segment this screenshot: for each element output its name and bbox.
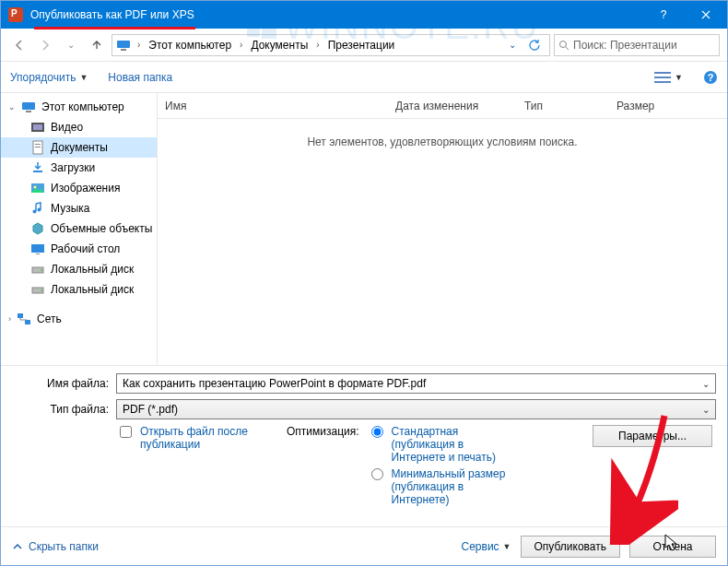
- nav-row: ⌄ › Этот компьютер › Документы › Презент…: [1, 29, 727, 62]
- svg-rect-8: [654, 72, 671, 74]
- body: ⌄ Этот компьютер Видео Документы Загрузк…: [1, 93, 727, 365]
- breadcrumb-item[interactable]: Этот компьютер: [147, 39, 233, 52]
- window-title: Опубликовать как PDF или XPS: [30, 8, 642, 21]
- svg-line-7: [566, 47, 569, 50]
- sidebar-item-3d[interactable]: Объемные объекты: [1, 218, 157, 239]
- svg-rect-9: [654, 77, 671, 78]
- recent-button[interactable]: ⌄: [60, 34, 82, 56]
- sidebar-item-video[interactable]: Видео: [1, 117, 157, 137]
- svg-point-23: [33, 210, 37, 214]
- svg-point-24: [38, 208, 41, 212]
- bottom-panel: Имя файла: Как сохранить презентацию Pow…: [1, 365, 727, 510]
- sidebar-root[interactable]: ⌄ Этот компьютер: [1, 97, 157, 117]
- col-name[interactable]: Имя: [158, 100, 388, 112]
- params-button[interactable]: Параметры...: [593, 425, 712, 447]
- powerpoint-icon: [8, 7, 23, 22]
- radio-minimal[interactable]: Минимальный размер (публикация в Интерне…: [367, 467, 519, 506]
- organize-menu[interactable]: Упорядочить ▼: [10, 71, 88, 84]
- search-icon: [558, 40, 569, 51]
- back-button[interactable]: [8, 34, 30, 56]
- column-headers: Имя Дата изменения Тип Размер: [158, 93, 727, 119]
- sidebar-item-desktop[interactable]: Рабочий стол: [1, 239, 157, 259]
- chevron-right-icon: ›: [136, 40, 141, 50]
- filename-input[interactable]: Как сохранить презентацию PowerPoint в ф…: [116, 373, 716, 394]
- svg-rect-4: [117, 41, 130, 48]
- network-icon: [17, 312, 31, 326]
- title-bar: Опубликовать как PDF или XPS ?: [1, 1, 727, 29]
- svg-rect-10: [654, 81, 671, 83]
- view-button[interactable]: ▼: [654, 71, 683, 84]
- empty-message: Нет элементов, удовлетворяющих условиям …: [158, 119, 727, 148]
- download-icon: [30, 160, 45, 175]
- toolbar: Упорядочить ▼ Новая папка ▼ ?: [1, 62, 727, 93]
- chevron-right-icon: ›: [315, 40, 320, 50]
- address-dropdown[interactable]: ⌄: [501, 34, 523, 56]
- col-modified[interactable]: Дата изменения: [388, 100, 517, 112]
- dialog-window: Опубликовать как PDF или XPS ? WINNOTE.R…: [0, 0, 728, 566]
- forward-button[interactable]: [34, 34, 56, 56]
- address-bar[interactable]: › Этот компьютер › Документы › Презентац…: [112, 34, 550, 56]
- search-input[interactable]: Поиск: Презентации: [554, 34, 720, 56]
- chevron-down-icon: ⌄: [702, 379, 710, 389]
- sidebar-item-drive[interactable]: Локальный диск: [1, 279, 157, 300]
- music-icon: [30, 201, 45, 216]
- help-icon[interactable]: ?: [703, 70, 718, 85]
- filename-label: Имя файла:: [12, 377, 109, 390]
- breadcrumb-item[interactable]: Документы: [249, 39, 310, 52]
- col-type[interactable]: Тип: [517, 100, 609, 112]
- svg-rect-5: [121, 49, 126, 51]
- svg-point-6: [560, 41, 567, 47]
- sidebar-network[interactable]: › Сеть: [1, 309, 157, 329]
- svg-rect-13: [22, 102, 35, 110]
- svg-rect-18: [35, 144, 41, 145]
- refresh-button[interactable]: [523, 34, 546, 56]
- new-folder-button[interactable]: Новая папка: [108, 71, 172, 84]
- checkbox[interactable]: [120, 426, 132, 438]
- sidebar: ⌄ Этот компьютер Видео Документы Загрузк…: [1, 93, 158, 365]
- sidebar-item-pictures[interactable]: Изображения: [1, 178, 157, 198]
- hide-folders-button[interactable]: Скрыть папки: [12, 540, 99, 553]
- help-button[interactable]: ?: [642, 1, 685, 29]
- svg-point-30: [41, 289, 42, 291]
- sidebar-item-drive[interactable]: Локальный диск: [1, 259, 157, 279]
- pc-icon: [21, 100, 36, 114]
- col-size[interactable]: Размер: [609, 100, 683, 112]
- chevron-right-icon: ›: [239, 40, 243, 50]
- filetype-select[interactable]: PDF (*.pdf) ⌄: [116, 399, 716, 419]
- sidebar-item-music[interactable]: Музыка: [1, 198, 157, 218]
- open-after-checkbox[interactable]: Открыть файл после публикации: [116, 425, 259, 451]
- chevron-down-icon: ⌄: [702, 405, 710, 415]
- chevron-up-icon: [12, 541, 23, 552]
- publish-button[interactable]: Опубликовать: [521, 536, 620, 558]
- drive-icon: [30, 282, 45, 297]
- content: Имя Дата изменения Тип Размер Нет элемен…: [158, 93, 727, 365]
- drive-icon: [30, 262, 45, 277]
- image-icon: [30, 181, 45, 195]
- radio-standard[interactable]: Стандартная (публикация в Интернете и пе…: [367, 425, 519, 464]
- document-icon: [30, 140, 45, 155]
- svg-rect-19: [35, 147, 41, 147]
- svg-rect-20: [33, 171, 42, 172]
- cube-icon: [30, 221, 45, 236]
- filetype-label: Тип файла:: [12, 403, 109, 416]
- svg-rect-25: [31, 244, 44, 253]
- sidebar-item-documents[interactable]: Документы: [1, 137, 157, 158]
- service-menu[interactable]: Сервис ▼: [462, 540, 511, 553]
- breadcrumb-item[interactable]: Презентации: [326, 39, 397, 52]
- svg-rect-14: [26, 111, 31, 112]
- video-icon: [30, 120, 45, 135]
- title-underline: [34, 27, 195, 29]
- cursor-icon: [664, 534, 679, 552]
- optimization-label: Оптимизация:: [287, 425, 359, 438]
- svg-rect-26: [36, 254, 40, 254]
- svg-rect-31: [18, 313, 23, 318]
- desktop-icon: [30, 242, 45, 256]
- close-button[interactable]: [685, 1, 727, 29]
- svg-rect-32: [25, 320, 30, 324]
- pc-icon: [116, 38, 131, 53]
- sidebar-item-downloads[interactable]: Загрузки: [1, 158, 157, 178]
- footer: Скрыть папки Сервис ▼ Опубликовать Отмен…: [1, 526, 727, 565]
- up-button[interactable]: [86, 34, 108, 56]
- svg-text:?: ?: [708, 72, 714, 83]
- svg-rect-16: [33, 124, 42, 130]
